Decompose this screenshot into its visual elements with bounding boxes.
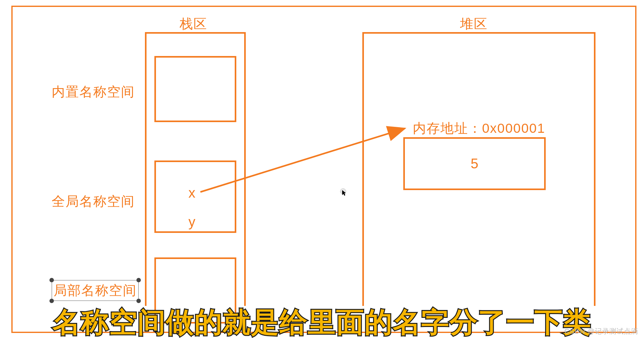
memory-value-box: 5	[403, 137, 546, 190]
variable-x: x	[188, 185, 195, 201]
memory-value: 5	[471, 156, 478, 172]
watermark: CSDN @记录测试点滴	[564, 327, 638, 336]
stack-title: 栈区	[180, 15, 207, 33]
caption-text: 名称空间做的就是给里面的名字分了一下类	[53, 307, 591, 338]
memory-address-label: 内存地址：0x000001	[413, 120, 545, 137]
local-namespace-label: 局部名称空间	[54, 282, 137, 299]
caption-bar: 名称空间做的就是给里面的名字分了一下类	[0, 308, 644, 337]
resize-handle-icon[interactable]	[49, 299, 54, 303]
mouse-cursor-icon	[339, 188, 348, 197]
resize-handle-icon[interactable]	[136, 299, 141, 303]
builtin-namespace-box	[154, 56, 236, 122]
heap-title: 堆区	[460, 15, 488, 33]
variable-y: y	[188, 214, 195, 230]
builtin-namespace-label: 内置名称空间	[52, 83, 135, 101]
local-namespace-label-box[interactable]: 局部名称空间	[52, 280, 139, 301]
global-namespace-box	[154, 161, 236, 233]
resize-handle-icon[interactable]	[136, 278, 141, 282]
resize-handle-icon[interactable]	[49, 278, 54, 282]
global-namespace-label: 全局名称空间	[52, 193, 135, 210]
